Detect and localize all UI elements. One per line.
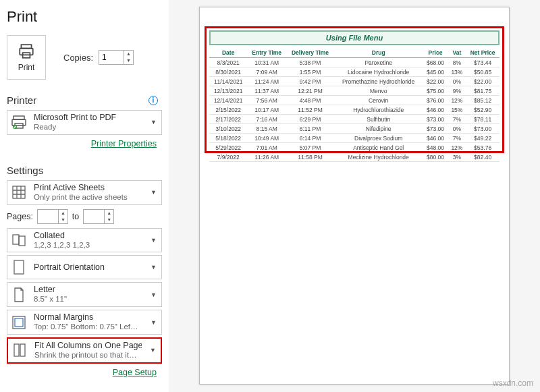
table-cell: 11:26 AM [247, 152, 286, 162]
copies-label: Copies: [63, 53, 93, 63]
printer-name: Microsoft Print to PDF [34, 113, 142, 123]
table-cell: 3% [448, 152, 466, 162]
chevron-down-icon: ▼ [148, 237, 159, 244]
pages-from-stepper[interactable]: ▲▼ [37, 209, 68, 224]
collate-select[interactable]: Collated 1,2,3 1,2,3 1,2,3 ▼ [7, 228, 162, 253]
printer-icon [17, 43, 36, 60]
printer-device-icon [9, 113, 28, 132]
paper-sub: 8.5" x 11" [34, 295, 142, 304]
sheets-icon [9, 183, 28, 202]
pages-to-label: to [72, 212, 79, 221]
copies-down-icon[interactable]: ▼ [124, 57, 133, 64]
svg-rect-14 [20, 344, 25, 356]
collate-sub: 1,2,3 1,2,3 1,2,3 [34, 241, 142, 250]
portrait-icon [9, 258, 28, 277]
pages-label: Pages: [7, 212, 33, 221]
printer-properties-link[interactable]: Printer Properties [7, 138, 162, 150]
pages-from-input[interactable] [38, 210, 58, 223]
paper-select[interactable]: Letter 8.5" x 11" ▼ [7, 282, 162, 307]
svg-rect-13 [14, 344, 19, 356]
printer-section-label: Printer [7, 94, 36, 106]
down-icon[interactable]: ▼ [105, 217, 113, 223]
copies-input[interactable] [99, 51, 124, 64]
chevron-down-icon: ▼ [148, 264, 159, 271]
chevron-down-icon: ▼ [148, 291, 159, 298]
orientation-select[interactable]: Portrait Orientation ▼ [7, 255, 162, 279]
svg-rect-10 [14, 260, 24, 274]
watermark: wsxdn.com [493, 379, 533, 388]
down-icon[interactable]: ▼ [59, 217, 68, 223]
svg-rect-1 [20, 49, 33, 55]
chevron-down-icon: ▼ [148, 119, 159, 125]
scaling-select[interactable]: Fit All Columns on One Page Shrink the p… [7, 337, 162, 364]
collate-icon [9, 231, 28, 250]
svg-rect-9 [19, 236, 25, 246]
svg-rect-7 [13, 186, 25, 198]
collate-title: Collated [34, 231, 142, 241]
page-title: Print [7, 8, 162, 26]
margins-select[interactable]: Normal Margins Top: 0.75" Bottom: 0.75" … [7, 310, 162, 335]
up-icon[interactable]: ▲ [59, 210, 68, 217]
print-area-title: Print Active Sheets [34, 183, 142, 193]
margins-icon [9, 313, 28, 332]
svg-rect-4 [12, 119, 26, 125]
table-cell: $82.40 [466, 152, 500, 162]
chevron-down-icon: ▼ [148, 319, 159, 326]
paper-title: Letter [34, 285, 142, 295]
print-preview: Using File Menu DateEntry TimeDelivery T… [169, 0, 540, 392]
scaling-sub: Shrink the printout so that it… [34, 351, 142, 360]
page-setup-link[interactable]: Page Setup [7, 366, 162, 379]
table-cell: Meclizine Hydrochloride [334, 152, 423, 162]
print-button-label: Print [18, 63, 35, 72]
pages-to-input[interactable] [84, 210, 104, 223]
settings-section-label: Settings [7, 165, 43, 176]
svg-rect-3 [14, 116, 24, 119]
printer-select[interactable]: Microsoft Print to PDF Ready ▼ [7, 110, 162, 135]
print-area-select[interactable]: Print Active Sheets Only print the activ… [7, 180, 162, 205]
preview-page: Using File Menu DateEntry TimeDelivery T… [199, 7, 510, 385]
print-area-sub: Only print the active sheets [34, 193, 142, 202]
table-cell: 11:58 PM [286, 152, 334, 162]
svg-rect-12 [15, 318, 23, 327]
printer-status: Ready [34, 123, 142, 132]
preview-highlight-box [205, 26, 504, 153]
copies-up-icon[interactable]: ▲ [124, 51, 133, 57]
table-cell: 7/9/2022 [209, 152, 247, 162]
up-icon[interactable]: ▲ [105, 210, 113, 217]
chevron-down-icon: ▼ [148, 189, 159, 196]
copies-stepper[interactable]: ▲ ▼ [99, 50, 134, 65]
table-cell: $80.00 [423, 152, 448, 162]
info-icon[interactable]: i [148, 96, 158, 105]
scaling-title: Fit All Columns on One Page [34, 341, 142, 351]
print-button[interactable]: Print [7, 35, 46, 80]
pages-to-stepper[interactable]: ▲▼ [83, 209, 114, 224]
margins-sub: Top: 0.75" Bottom: 0.75" Lef… [34, 323, 142, 332]
margins-title: Normal Margins [34, 312, 142, 323]
orientation-title: Portrait Orientation [34, 262, 142, 273]
paper-icon [9, 285, 28, 304]
svg-rect-8 [13, 235, 19, 244]
table-row: 7/9/202211:26 AM11:58 PMMeclizine Hydroc… [209, 152, 500, 162]
fit-columns-icon [10, 341, 29, 360]
chevron-down-icon: ▼ [147, 347, 159, 354]
